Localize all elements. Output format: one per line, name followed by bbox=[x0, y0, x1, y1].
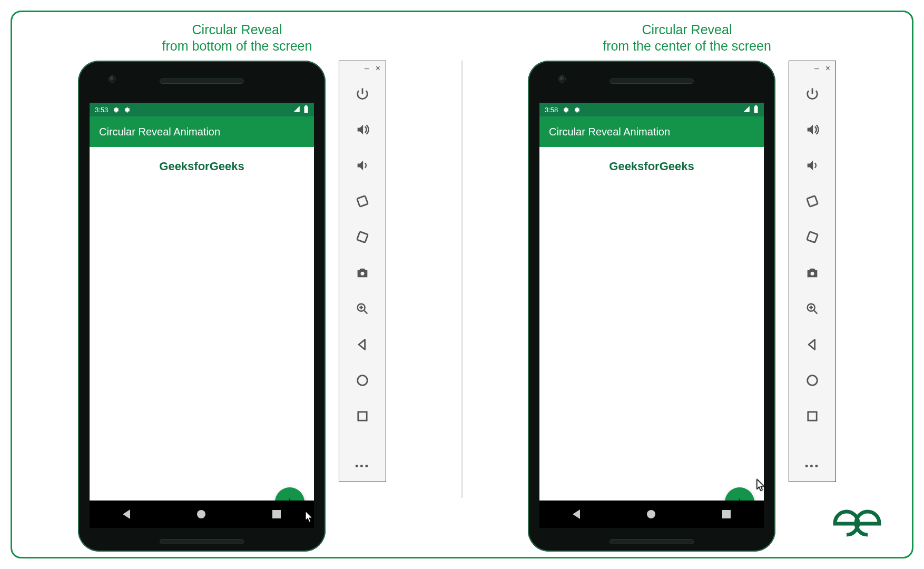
left-panel: Circular Reveal from bottom of the scree… bbox=[12, 12, 462, 557]
screenshot-button[interactable] bbox=[800, 260, 825, 286]
android-nav-bar bbox=[90, 501, 314, 528]
speaker-icon bbox=[610, 79, 694, 84]
power-button[interactable] bbox=[800, 81, 825, 106]
phone-screen-left: 3:53 bbox=[90, 103, 314, 514]
caption-right: Circular Reveal from the center of the s… bbox=[462, 22, 912, 54]
outer-frame: Circular Reveal from bottom of the scree… bbox=[11, 11, 913, 558]
camera-icon bbox=[109, 75, 116, 83]
status-bar: 3:58 bbox=[539, 103, 764, 116]
body-title: GeeksforGeeks bbox=[539, 160, 764, 173]
nav-overview-icon[interactable] bbox=[272, 510, 281, 518]
phone-earpiece-region bbox=[78, 73, 326, 89]
emulator-toolbar-right: – × ••• bbox=[789, 61, 836, 482]
signal-icon bbox=[743, 105, 750, 114]
nav-overview-icon[interactable] bbox=[722, 510, 731, 518]
app-bar-title: Circular Reveal Animation bbox=[549, 126, 670, 138]
overview-button[interactable] bbox=[350, 404, 375, 429]
rotate-right-button[interactable] bbox=[800, 224, 825, 250]
nav-home-icon[interactable] bbox=[647, 510, 655, 518]
app-bar: Circular Reveal Animation bbox=[539, 116, 764, 147]
cursor-icon bbox=[756, 478, 766, 492]
svg-rect-5 bbox=[358, 412, 367, 420]
more-button[interactable]: ••• bbox=[355, 461, 370, 472]
svg-point-10 bbox=[808, 376, 818, 386]
rotate-left-button[interactable] bbox=[800, 189, 825, 214]
close-icon[interactable]: × bbox=[376, 64, 380, 73]
svg-point-8 bbox=[811, 272, 814, 276]
back-button[interactable] bbox=[350, 332, 375, 357]
android-nav-bar bbox=[539, 501, 764, 528]
speaker-icon bbox=[160, 79, 244, 84]
close-icon[interactable]: × bbox=[825, 64, 830, 73]
svg-point-2 bbox=[361, 272, 365, 276]
caption-right-line1: Circular Reveal bbox=[462, 22, 912, 38]
caption-right-line2: from the center of the screen bbox=[462, 38, 912, 54]
body-title: GeeksforGeeks bbox=[90, 160, 314, 173]
rotate-right-button[interactable] bbox=[350, 224, 375, 250]
status-time: 3:58 bbox=[545, 106, 558, 114]
signal-icon bbox=[293, 105, 300, 114]
power-button[interactable] bbox=[350, 81, 375, 106]
caption-left-line1: Circular Reveal bbox=[12, 22, 462, 38]
app-bar: Circular Reveal Animation bbox=[90, 116, 314, 147]
svg-rect-11 bbox=[808, 412, 817, 420]
overview-button[interactable] bbox=[800, 404, 825, 429]
app-bar-title: Circular Reveal Animation bbox=[99, 126, 220, 138]
gear-icon bbox=[123, 106, 130, 113]
app-body: GeeksforGeeks + bbox=[90, 160, 314, 514]
home-button[interactable] bbox=[350, 368, 375, 393]
status-time: 3:53 bbox=[95, 106, 108, 114]
battery-icon bbox=[753, 105, 759, 114]
phone-frame-left: 3:53 bbox=[78, 61, 326, 552]
emulator-toolbar-left: – × ••• bbox=[339, 61, 386, 482]
svg-rect-6 bbox=[807, 196, 818, 207]
gfg-logo-icon bbox=[825, 505, 889, 542]
back-button[interactable] bbox=[800, 332, 825, 357]
app-body: GeeksforGeeks + bbox=[539, 160, 764, 514]
volume-up-button[interactable] bbox=[350, 117, 375, 142]
zoom-in-button[interactable] bbox=[800, 296, 825, 321]
home-button[interactable] bbox=[800, 368, 825, 393]
phone-screen-right: 3:58 bbox=[539, 103, 764, 514]
volume-down-button[interactable] bbox=[800, 153, 825, 178]
svg-rect-1 bbox=[357, 232, 368, 243]
right-panel: Circular Reveal from the center of the s… bbox=[462, 12, 912, 557]
phone-frame-right: 3:58 bbox=[528, 61, 775, 552]
caption-left: Circular Reveal from bottom of the scree… bbox=[12, 22, 462, 54]
minimize-icon[interactable]: – bbox=[365, 64, 369, 73]
screenshot-button[interactable] bbox=[350, 260, 375, 286]
svg-rect-0 bbox=[357, 196, 368, 207]
speaker-icon bbox=[160, 539, 244, 544]
status-bar: 3:53 bbox=[90, 103, 314, 116]
nav-back-icon[interactable] bbox=[573, 509, 580, 519]
gear-icon bbox=[573, 106, 580, 113]
nav-home-icon[interactable] bbox=[197, 510, 205, 518]
speaker-icon bbox=[610, 539, 694, 544]
nav-back-icon[interactable] bbox=[123, 509, 130, 519]
volume-down-button[interactable] bbox=[350, 153, 375, 178]
volume-up-button[interactable] bbox=[800, 117, 825, 142]
minimize-icon[interactable]: – bbox=[814, 64, 819, 73]
more-button[interactable]: ••• bbox=[805, 461, 820, 472]
gear-icon bbox=[562, 106, 569, 113]
phone-earpiece-region bbox=[528, 73, 775, 89]
camera-icon bbox=[558, 75, 566, 83]
battery-icon bbox=[303, 105, 309, 114]
cursor-icon bbox=[304, 510, 315, 524]
caption-left-line2: from bottom of the screen bbox=[12, 38, 462, 54]
rotate-left-button[interactable] bbox=[350, 189, 375, 214]
svg-point-4 bbox=[358, 376, 368, 386]
gear-icon bbox=[112, 106, 119, 113]
zoom-in-button[interactable] bbox=[350, 296, 375, 321]
svg-rect-7 bbox=[807, 232, 818, 243]
